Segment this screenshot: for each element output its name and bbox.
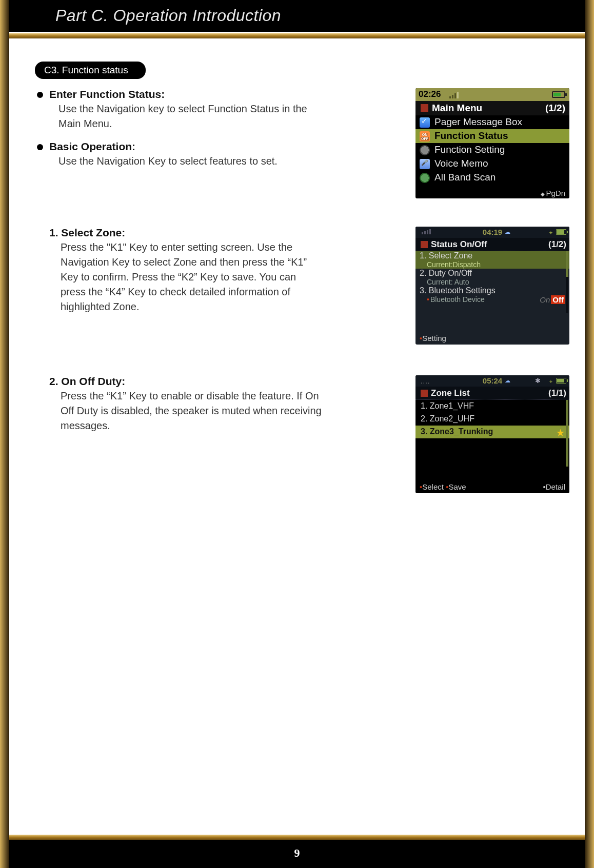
softkey-save[interactable]: •Save	[446, 482, 466, 491]
row-main: 2. Duty On/Off	[420, 269, 569, 278]
header-band: Part C. Operation Introduction	[9, 0, 585, 33]
softkey-label: Setting	[422, 334, 446, 342]
col-right-1: 02:26 Main Menu (1/2) Pager Message Box …	[415, 88, 569, 198]
step-body: Press the "K1" Key to enter setting scre…	[61, 240, 322, 314]
bullet-head: Basic Operation:	[49, 140, 322, 153]
softkey-pgdn[interactable]: PgDn	[541, 189, 565, 197]
signal-icon	[422, 229, 431, 234]
row-main: 3. Bluetooth Settings	[420, 286, 569, 295]
signal-icon	[449, 92, 459, 98]
footer-band: 9	[9, 840, 585, 868]
zone-item-3[interactable]: 3. Zone3_Trunking ★	[415, 426, 569, 438]
clock: 04:19	[483, 228, 502, 236]
clock: 02:26	[419, 89, 441, 99]
battery-icon	[556, 378, 566, 383]
footer-divider	[9, 835, 585, 840]
status-bar: 04:19 ☁ ⍖	[415, 227, 569, 238]
col-left-1: Enter Function Status: Use the Navigatio…	[35, 88, 322, 178]
softkey-label: Detail	[546, 482, 565, 491]
user-icon	[483, 90, 490, 98]
row-sub: Current: Auto	[420, 278, 569, 286]
menu-item-pager[interactable]: Pager Message Box	[415, 115, 569, 129]
zone-label: 2. Zone2_UHF	[421, 414, 474, 423]
menu-item-label: Function Status	[434, 130, 508, 142]
softkey-select[interactable]: •Select	[420, 482, 444, 491]
menu-item-label: Voice Memo	[434, 158, 488, 169]
row-3: 2. On Off Duty: Press the “K1” Key to en…	[35, 375, 569, 493]
star-icon: ★	[557, 427, 564, 439]
zone-item-2[interactable]: 2. Zone2_UHF	[415, 413, 569, 426]
scrollbar-thumb[interactable]	[566, 400, 568, 467]
title-label: Zone List	[431, 388, 470, 398]
clock: 05:24	[483, 376, 502, 385]
row-select-zone[interactable]: 1. Select Zone Current:Dispatch	[415, 251, 569, 269]
weather-icon: ☁	[505, 377, 510, 384]
row-2: 1. Select Zone: Press the "K1" Key to en…	[35, 227, 569, 345]
row-sub: Current:Dispatch	[420, 260, 569, 269]
signal-dots-icon: ....	[421, 377, 430, 385]
menu-item-voice-memo[interactable]: Voice Memo	[415, 157, 569, 171]
screenshot-zone-list: .... 05:24 ☁ ✱ ⍖ Zone List (1/1) 1. Zone…	[415, 375, 569, 493]
page-number: 9	[294, 846, 300, 859]
antenna-icon: ⍖	[549, 228, 553, 236]
page-title: Part C. Operation Introduction	[55, 6, 281, 25]
col-left-3: 2. On Off Duty: Press the “K1” Key to en…	[35, 375, 322, 442]
row-1: Enter Function Status: Use the Navigatio…	[35, 88, 569, 198]
bt-toggle[interactable]: OnOff	[540, 295, 565, 304]
battery-icon	[552, 91, 565, 98]
col-right-3: .... 05:24 ☁ ✱ ⍖ Zone List (1/1) 1. Zone…	[415, 375, 569, 493]
step-body: Press the “K1” Key to enable or disable …	[61, 389, 322, 433]
battery-icon	[556, 229, 566, 235]
toggle-off-label: Off	[551, 295, 565, 304]
softkey-setting[interactable]: •Setting	[420, 334, 446, 342]
bluetooth-icon: ✱	[535, 377, 541, 385]
menu-item-function-status[interactable]: ONOFF Function Status	[415, 129, 569, 143]
scrollbar[interactable]	[566, 251, 568, 313]
step-head: 2. On Off Duty:	[49, 375, 322, 388]
title-label: Status On/Off	[431, 239, 487, 250]
col-left-2: 1. Select Zone: Press the "K1" Key to en…	[35, 227, 322, 324]
row-main: 1. Select Zone	[420, 251, 569, 260]
pager-icon	[420, 117, 430, 128]
header-divider	[9, 33, 585, 38]
step-onoff-duty: 2. On Off Duty: Press the “K1” Key to en…	[49, 375, 322, 433]
bullet-head: Enter Function Status:	[49, 88, 322, 100]
softkey-detail[interactable]: •Detail	[543, 482, 565, 491]
row-bluetooth[interactable]: 3. Bluetooth Settings •Bluetooth Device …	[415, 286, 569, 304]
zone-label: 1. Zone1_VHF	[421, 401, 474, 410]
menu-item-function-setting[interactable]: Function Setting	[415, 143, 569, 157]
screenshot-main-menu: 02:26 Main Menu (1/2) Pager Message Box …	[415, 88, 569, 198]
row-duty-onoff[interactable]: 2. Duty On/Off Current: Auto	[415, 269, 569, 286]
mic-icon	[420, 159, 430, 169]
toggle-on-label: On	[540, 295, 550, 304]
title-label: Main Menu	[432, 103, 482, 114]
antenna-icon: ⍖	[549, 377, 553, 385]
bullet-icon: •	[427, 295, 429, 304]
scrollbar[interactable]	[566, 400, 568, 467]
bullet-enter-function: Enter Function Status: Use the Navigatio…	[49, 88, 322, 131]
scrollbar-thumb[interactable]	[566, 251, 568, 277]
softkey-label: Save	[448, 482, 466, 491]
page-indicator: (1/2)	[545, 103, 565, 114]
status-bar: .... 05:24 ☁ ✱ ⍖	[415, 375, 569, 387]
section-tag: C3. Function status	[35, 62, 146, 79]
title-bar: Status On/Off (1/2)	[415, 238, 569, 251]
onoff-icon: ONOFF	[420, 131, 430, 142]
title-square-icon	[421, 390, 428, 397]
zone-label: 3. Zone3_Trunking	[421, 427, 493, 436]
weather-icon: ☁	[505, 229, 510, 235]
menu-item-label: Pager Message Box	[434, 116, 522, 128]
page-indicator: (1/2)	[548, 239, 566, 250]
page-border-left	[0, 0, 9, 868]
menu-item-label: All Band Scan	[434, 172, 496, 183]
softkey-label: Select	[422, 482, 444, 491]
col-right-2: 04:19 ☁ ⍖ Status On/Off (1/2) 1. Select …	[415, 227, 569, 345]
gear-icon	[420, 145, 430, 155]
menu-item-all-band-scan[interactable]: All Band Scan	[415, 171, 569, 185]
bullet-basic-operation: Basic Operation: Use the Navigation Key …	[49, 140, 322, 169]
zone-item-1[interactable]: 1. Zone1_VHF	[415, 400, 569, 413]
content-area: C3. Function status Enter Function Statu…	[35, 62, 569, 832]
row-sub: •Bluetooth Device OnOff	[420, 295, 569, 304]
softkey-bar: •Select •Save •Detail	[420, 482, 565, 491]
screenshot-status-onoff: 04:19 ☁ ⍖ Status On/Off (1/2) 1. Select …	[415, 227, 569, 345]
